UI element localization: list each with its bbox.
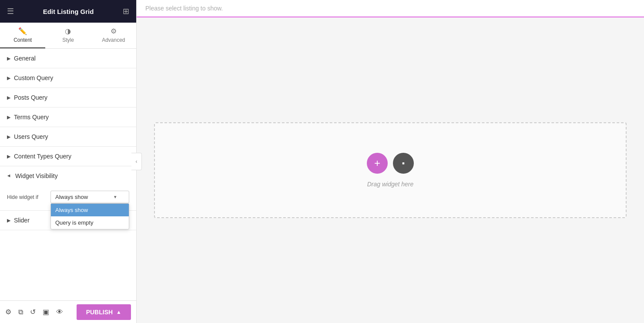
arrow-down-icon: ▼ bbox=[7, 174, 12, 178]
top-bar-text: Please select listing to show. bbox=[145, 5, 223, 12]
widget-visibility-body: Hide widget if Always show ▾ Always show… bbox=[0, 185, 136, 210]
tab-style-label: Style bbox=[62, 37, 74, 43]
section-custom-query-header[interactable]: ▶ Custom Query bbox=[0, 68, 136, 87]
grid-icon[interactable]: ⊞ bbox=[123, 7, 129, 16]
drop-zone: + ▪ Drag widget here bbox=[154, 122, 627, 218]
chevron-up-icon: ▲ bbox=[116, 309, 121, 315]
section-terms-query-label: Terms Query bbox=[14, 114, 49, 121]
tab-style[interactable]: ◑ Style bbox=[45, 23, 91, 48]
canvas-area: + ▪ Drag widget here bbox=[137, 17, 644, 323]
folder-button[interactable]: ▪ bbox=[393, 153, 414, 174]
circle-half-icon: ◑ bbox=[65, 27, 71, 35]
section-terms-query-header[interactable]: ▶ Terms Query bbox=[0, 108, 136, 127]
section-content-types-query-label: Content Types Query bbox=[14, 153, 71, 160]
drop-text: Drag widget here bbox=[367, 181, 414, 188]
sidebar-title: Edit Listing Grid bbox=[43, 8, 94, 15]
section-custom-query-label: Custom Query bbox=[14, 74, 53, 81]
drop-zone-buttons: + ▪ bbox=[367, 153, 414, 174]
option-query-is-empty[interactable]: Query is empty bbox=[51, 216, 129, 229]
add-widget-button[interactable]: + bbox=[367, 153, 388, 174]
section-posts-query-header[interactable]: ▶ Posts Query bbox=[0, 88, 136, 107]
section-custom-query: ▶ Custom Query bbox=[0, 68, 136, 88]
sidebar-content: ▶ General ▶ Custom Query ▶ Posts Query bbox=[0, 49, 136, 300]
section-general: ▶ General bbox=[0, 49, 136, 68]
section-users-query-header[interactable]: ▶ Users Query bbox=[0, 127, 136, 146]
settings-icon[interactable]: ⚙ bbox=[5, 308, 11, 316]
arrow-icon: ▶ bbox=[7, 75, 10, 81]
history-icon[interactable]: ↺ bbox=[30, 308, 36, 316]
pencil-icon: ✏️ bbox=[18, 27, 27, 35]
eye-icon[interactable]: 👁 bbox=[56, 308, 63, 316]
main-content: Please select listing to show. + ▪ Drag … bbox=[137, 0, 644, 323]
tabs-bar: ✏️ Content ◑ Style ⚙ Advanced bbox=[0, 23, 136, 49]
section-content-types-query-header[interactable]: ▶ Content Types Query bbox=[0, 147, 136, 166]
section-widget-visibility-header[interactable]: ▼ Widget Visibility bbox=[0, 166, 136, 185]
chevron-down-icon: ▾ bbox=[114, 194, 117, 200]
section-general-label: General bbox=[14, 55, 36, 62]
responsive-icon[interactable]: ▣ bbox=[43, 308, 49, 316]
section-widget-visibility: ▼ Widget Visibility Hide widget if Alway… bbox=[0, 166, 136, 211]
tab-advanced-label: Advanced bbox=[102, 37, 125, 43]
select-current-value: Always show bbox=[55, 194, 88, 200]
section-general-header[interactable]: ▶ General bbox=[0, 49, 136, 68]
sidebar-header: ☰ Edit Listing Grid ⊞ bbox=[0, 0, 136, 23]
section-posts-query: ▶ Posts Query bbox=[0, 88, 136, 108]
publish-label: PUBLISH bbox=[86, 309, 113, 316]
hide-widget-label: Hide widget if bbox=[7, 194, 46, 200]
sidebar: ☰ Edit Listing Grid ⊞ ✏️ Content ◑ Style… bbox=[0, 0, 137, 323]
top-bar: Please select listing to show. bbox=[137, 0, 644, 17]
arrow-icon: ▶ bbox=[7, 114, 10, 120]
arrow-icon: ▶ bbox=[7, 95, 10, 101]
hide-widget-select-button[interactable]: Always show ▾ bbox=[50, 191, 129, 203]
publish-button[interactable]: PUBLISH ▲ bbox=[77, 304, 131, 320]
section-users-query: ▶ Users Query bbox=[0, 127, 136, 147]
section-content-types-query: ▶ Content Types Query bbox=[0, 147, 136, 166]
bottom-bar: ⚙ ⧉ ↺ ▣ 👁 PUBLISH ▲ bbox=[0, 300, 136, 323]
collapse-sidebar-handle[interactable]: ‹ bbox=[131, 153, 142, 170]
tab-content[interactable]: ✏️ Content bbox=[0, 23, 45, 48]
arrow-icon: ▶ bbox=[7, 134, 10, 140]
hide-widget-select-wrapper: Always show ▾ Always show Query is empty bbox=[50, 191, 129, 203]
arrow-icon: ▶ bbox=[7, 154, 10, 159]
section-widget-visibility-label: Widget Visibility bbox=[15, 172, 58, 179]
tab-content-label: Content bbox=[13, 37, 32, 43]
hamburger-icon[interactable]: ☰ bbox=[7, 7, 14, 16]
option-always-show[interactable]: Always show bbox=[51, 204, 129, 216]
section-slider-label: Slider bbox=[14, 217, 30, 224]
section-terms-query: ▶ Terms Query bbox=[0, 108, 136, 127]
hide-widget-field-row: Hide widget if Always show ▾ Always show… bbox=[7, 191, 129, 203]
gear-icon: ⚙ bbox=[111, 27, 117, 35]
tab-advanced[interactable]: ⚙ Advanced bbox=[91, 23, 136, 48]
arrow-icon: ▶ bbox=[7, 56, 10, 61]
arrow-icon: ▶ bbox=[7, 218, 10, 223]
hide-widget-dropdown: Always show Query is empty bbox=[50, 203, 129, 229]
section-posts-query-label: Posts Query bbox=[14, 94, 47, 101]
section-users-query-label: Users Query bbox=[14, 133, 48, 140]
layers-icon[interactable]: ⧉ bbox=[18, 308, 23, 316]
